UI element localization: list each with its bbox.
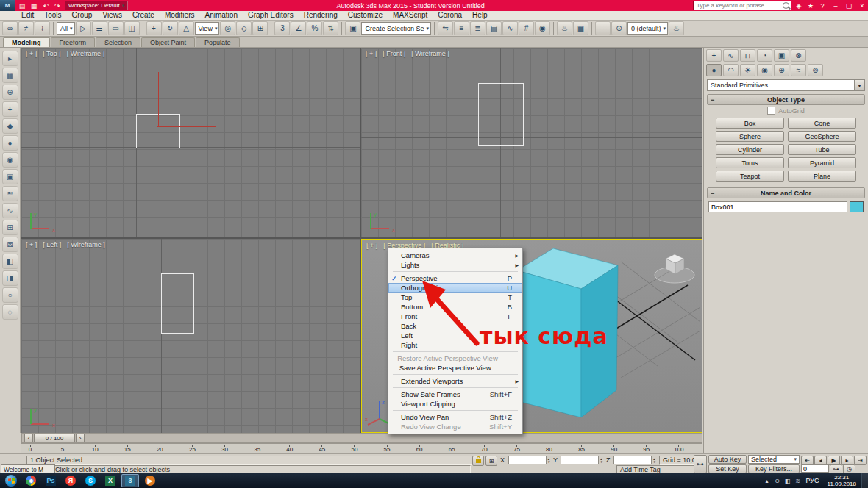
- ribbon-tab-selection[interactable]: Selection: [96, 37, 140, 47]
- name-color-rollout[interactable]: − Name and Color: [707, 187, 865, 198]
- search-input[interactable]: [695, 1, 783, 10]
- render-preset-dropdown[interactable]: 0 (default)▾: [627, 22, 668, 35]
- excel-icon[interactable]: X: [102, 474, 119, 487]
- previous-frame-arrow[interactable]: ‹: [24, 434, 33, 442]
- window-crossing-icon[interactable]: ◫: [124, 21, 140, 35]
- viewport-menu-plus[interactable]: [ + ]: [366, 242, 377, 249]
- object-name-field[interactable]: [708, 201, 847, 212]
- menu-item-restore-active-perspective-view[interactable]: Restore Active Perspective View: [388, 354, 522, 363]
- select-by-name-icon[interactable]: ☰: [92, 21, 107, 35]
- left-toolbar-icon[interactable]: ▦: [2, 68, 18, 83]
- keyboard-override-icon[interactable]: ⊞: [252, 21, 268, 35]
- viewport-menu-plus[interactable]: [ + ]: [366, 50, 377, 57]
- language-indicator[interactable]: РУС: [803, 477, 822, 484]
- close-button[interactable]: ×: [856, 1, 868, 10]
- viewport-top[interactable]: [ + ] [ Top ] [ Wireframe ] x y: [21, 48, 360, 237]
- key-filters-button[interactable]: Key Filters...: [748, 464, 800, 473]
- start-button[interactable]: [1, 473, 21, 488]
- menu-animation[interactable]: Animation: [199, 11, 242, 20]
- viewport-menu-view[interactable]: [ Top ]: [43, 50, 60, 57]
- space-warps-category-icon[interactable]: ≈: [791, 64, 806, 76]
- select-and-scale-icon[interactable]: △: [179, 21, 194, 35]
- time-slider-handle[interactable]: 0 / 100: [34, 434, 75, 442]
- select-and-manipulate-icon[interactable]: ◇: [236, 21, 252, 35]
- object-type-rollout[interactable]: − Object Type: [707, 94, 865, 105]
- tray-icon[interactable]: ≋: [794, 478, 802, 484]
- object-color-swatch[interactable]: [850, 201, 864, 212]
- z-coordinate-field[interactable]: [613, 456, 652, 464]
- menu-item-save-active-perspective-view[interactable]: Save Active Perspective View: [388, 363, 522, 373]
- 3ds-max-icon[interactable]: 3: [121, 474, 139, 487]
- save-file-icon[interactable]: ▦: [29, 1, 39, 10]
- display-tab-icon[interactable]: ▣: [774, 49, 789, 62]
- shapes-category-icon[interactable]: ◠: [723, 64, 739, 76]
- systems-category-icon[interactable]: ⊚: [808, 64, 823, 76]
- menu-views[interactable]: Views: [97, 11, 127, 20]
- menu-item-extended-viewports[interactable]: Extended Viewports▶: [388, 376, 522, 386]
- viewport-menu-shading[interactable]: [ Wireframe ]: [67, 241, 105, 248]
- viewport-menu-shading[interactable]: [ Wireframe ]: [67, 50, 105, 57]
- menu-item-lights[interactable]: Lights▶: [388, 260, 522, 270]
- x-coordinate-field[interactable]: [508, 456, 547, 464]
- snaps-toggle-icon[interactable]: 3: [274, 21, 290, 35]
- rendered-frame-icon[interactable]: ▦: [573, 21, 588, 35]
- edit-selection-sets-icon[interactable]: ▣: [345, 21, 360, 35]
- angle-snap-icon[interactable]: ∠: [291, 21, 306, 35]
- primitive-button-cone[interactable]: Cone: [788, 118, 856, 129]
- left-toolbar-icon[interactable]: ●: [2, 135, 18, 151]
- absolute-mode-toggle[interactable]: ⊞: [485, 456, 497, 466]
- left-toolbar-icon[interactable]: ∿: [2, 203, 18, 218]
- geometry-category-icon[interactable]: ●: [706, 64, 722, 76]
- unlink-selection-icon[interactable]: ≠: [18, 21, 34, 35]
- named-selection-set-dropdown[interactable]: Create Selection Se▾: [361, 22, 431, 35]
- tray-icon[interactable]: ◧: [784, 478, 791, 484]
- skype-icon[interactable]: S: [82, 474, 99, 487]
- tray-icon[interactable]: ⊙: [774, 478, 781, 484]
- help-icon[interactable]: ?: [817, 1, 828, 10]
- autogrid-checkbox[interactable]: [767, 107, 775, 115]
- viewport-left[interactable]: [ + ] [ Left ] [ Wireframe ] x y: [21, 239, 360, 433]
- ribbon-toggle-icon[interactable]: ▤: [486, 21, 502, 35]
- auto-key-button[interactable]: Auto Key: [708, 455, 747, 464]
- curve-editor-icon[interactable]: ∿: [502, 21, 518, 35]
- menu-item-show-safe-frames[interactable]: Show Safe FramesShift+F: [388, 390, 522, 399]
- undo-icon[interactable]: ↶: [40, 1, 51, 10]
- select-object-icon[interactable]: ▷: [76, 21, 91, 35]
- mirror-icon[interactable]: ⇋: [438, 21, 453, 35]
- schematic-view-icon[interactable]: #: [519, 21, 534, 35]
- material-editor-icon[interactable]: ◉: [535, 21, 550, 35]
- select-and-move-icon[interactable]: +: [146, 21, 162, 35]
- selection-region-icon[interactable]: ▭: [108, 21, 124, 35]
- menu-item-viewport-clipping[interactable]: Viewport Clipping: [388, 399, 522, 409]
- left-toolbar-icon[interactable]: ◧: [2, 254, 18, 269]
- left-toolbar-icon[interactable]: ◨: [2, 270, 18, 286]
- primitive-button-sphere[interactable]: Sphere: [716, 131, 784, 142]
- workspace-dropdown[interactable]: Workspace: Default ▾: [65, 1, 128, 10]
- viewport-menu-plus[interactable]: [ + ]: [26, 241, 37, 248]
- reference-coordinate-dropdown[interactable]: View▾: [195, 22, 220, 35]
- select-and-rotate-icon[interactable]: ↻: [163, 21, 178, 35]
- clock[interactable]: 22:31 11.09.2018: [824, 474, 860, 487]
- primitive-button-plane[interactable]: Plane: [788, 171, 856, 182]
- communication-center-icon[interactable]: ◈: [794, 1, 804, 10]
- open-file-icon[interactable]: ▤: [17, 1, 27, 10]
- motion-tab-icon[interactable]: ◔: [757, 49, 772, 62]
- primitive-button-pyramid[interactable]: Pyramid: [788, 157, 856, 168]
- left-toolbar-icon[interactable]: ⊠: [2, 237, 18, 252]
- ribbon-tab-modeling[interactable]: Modeling: [3, 37, 50, 47]
- primitive-button-tube[interactable]: Tube: [788, 144, 856, 155]
- lighting-dash-icon[interactable]: —: [595, 21, 611, 35]
- select-and-link-icon[interactable]: ∞: [2, 21, 18, 35]
- spinner-icon[interactable]: ▴▾: [548, 457, 550, 463]
- use-pivot-center-icon[interactable]: ◎: [220, 21, 235, 35]
- menu-create[interactable]: Create: [127, 11, 160, 20]
- bind-to-space-warp-icon[interactable]: ≀: [35, 21, 50, 35]
- left-toolbar-icon[interactable]: ≋: [2, 186, 18, 201]
- primitive-button-box[interactable]: Box: [716, 118, 784, 129]
- time-slider[interactable]: ‹ 0 / 100 ›: [21, 433, 702, 443]
- redo-icon[interactable]: ↷: [52, 1, 63, 10]
- viewport-menu-view[interactable]: [ Front ]: [383, 50, 405, 57]
- primitive-button-teapot[interactable]: Teapot: [716, 171, 784, 182]
- viewport-menu-shading[interactable]: [ Wireframe ]: [411, 50, 449, 57]
- menu-edit[interactable]: Edit: [16, 11, 39, 20]
